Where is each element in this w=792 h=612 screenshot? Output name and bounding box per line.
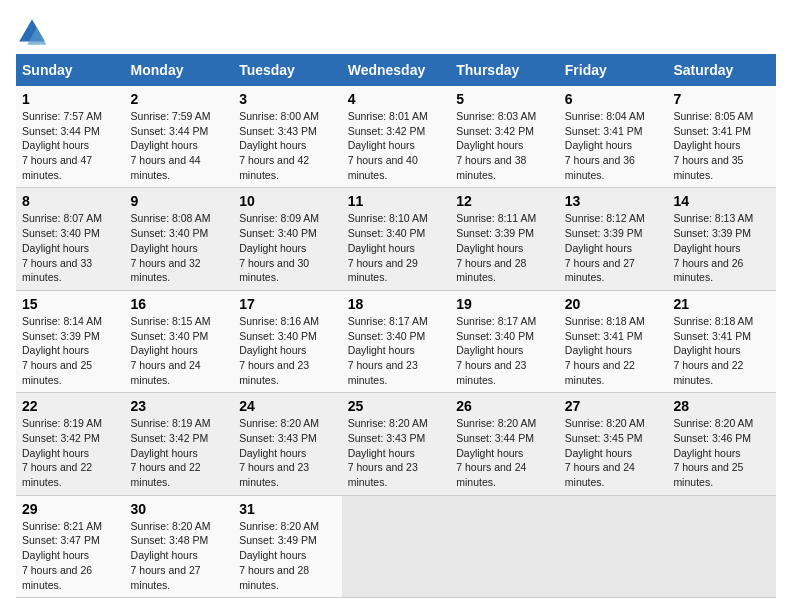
table-row: 13 Sunrise: 8:12 AMSunset: 3:39 PMDaylig… bbox=[559, 188, 668, 290]
day-number: 8 bbox=[22, 193, 119, 209]
day-info: Sunrise: 8:20 AMSunset: 3:43 PMDaylight … bbox=[348, 417, 428, 488]
day-number: 9 bbox=[131, 193, 228, 209]
table-row: 6 Sunrise: 8:04 AMSunset: 3:41 PMDayligh… bbox=[559, 86, 668, 188]
table-row: 19 Sunrise: 8:17 AMSunset: 3:40 PMDaylig… bbox=[450, 290, 559, 392]
table-row bbox=[559, 495, 668, 597]
day-number: 14 bbox=[673, 193, 770, 209]
day-info: Sunrise: 8:08 AMSunset: 3:40 PMDaylight … bbox=[131, 212, 211, 283]
day-info: Sunrise: 8:13 AMSunset: 3:39 PMDaylight … bbox=[673, 212, 753, 283]
day-info: Sunrise: 8:20 AMSunset: 3:43 PMDaylight … bbox=[239, 417, 319, 488]
table-row: 29 Sunrise: 8:21 AMSunset: 3:47 PMDaylig… bbox=[16, 495, 125, 597]
table-row: 1 Sunrise: 7:57 AMSunset: 3:44 PMDayligh… bbox=[16, 86, 125, 188]
day-header-thursday: Thursday bbox=[450, 54, 559, 86]
table-row: 7 Sunrise: 8:05 AMSunset: 3:41 PMDayligh… bbox=[667, 86, 776, 188]
day-info: Sunrise: 8:20 AMSunset: 3:45 PMDaylight … bbox=[565, 417, 645, 488]
day-number: 28 bbox=[673, 398, 770, 414]
day-info: Sunrise: 8:20 AMSunset: 3:46 PMDaylight … bbox=[673, 417, 753, 488]
day-number: 11 bbox=[348, 193, 445, 209]
table-row: 22 Sunrise: 8:19 AMSunset: 3:42 PMDaylig… bbox=[16, 393, 125, 495]
day-info: Sunrise: 7:59 AMSunset: 3:44 PMDaylight … bbox=[131, 110, 211, 181]
day-number: 13 bbox=[565, 193, 662, 209]
day-info: Sunrise: 8:19 AMSunset: 3:42 PMDaylight … bbox=[22, 417, 102, 488]
logo-icon bbox=[16, 16, 48, 48]
day-number: 1 bbox=[22, 91, 119, 107]
week-row-5: 29 Sunrise: 8:21 AMSunset: 3:47 PMDaylig… bbox=[16, 495, 776, 597]
table-row: 2 Sunrise: 7:59 AMSunset: 3:44 PMDayligh… bbox=[125, 86, 234, 188]
table-row: 14 Sunrise: 8:13 AMSunset: 3:39 PMDaylig… bbox=[667, 188, 776, 290]
day-header-friday: Friday bbox=[559, 54, 668, 86]
day-number: 24 bbox=[239, 398, 336, 414]
day-info: Sunrise: 8:15 AMSunset: 3:40 PMDaylight … bbox=[131, 315, 211, 386]
day-info: Sunrise: 8:00 AMSunset: 3:43 PMDaylight … bbox=[239, 110, 319, 181]
table-row: 30 Sunrise: 8:20 AMSunset: 3:48 PMDaylig… bbox=[125, 495, 234, 597]
day-header-sunday: Sunday bbox=[16, 54, 125, 86]
day-header-saturday: Saturday bbox=[667, 54, 776, 86]
day-number: 18 bbox=[348, 296, 445, 312]
day-info: Sunrise: 8:11 AMSunset: 3:39 PMDaylight … bbox=[456, 212, 536, 283]
table-row: 4 Sunrise: 8:01 AMSunset: 3:42 PMDayligh… bbox=[342, 86, 451, 188]
day-number: 16 bbox=[131, 296, 228, 312]
table-row: 9 Sunrise: 8:08 AMSunset: 3:40 PMDayligh… bbox=[125, 188, 234, 290]
day-info: Sunrise: 8:17 AMSunset: 3:40 PMDaylight … bbox=[456, 315, 536, 386]
day-header-row: SundayMondayTuesdayWednesdayThursdayFrid… bbox=[16, 54, 776, 86]
table-row bbox=[667, 495, 776, 597]
day-info: Sunrise: 7:57 AMSunset: 3:44 PMDaylight … bbox=[22, 110, 102, 181]
table-row: 3 Sunrise: 8:00 AMSunset: 3:43 PMDayligh… bbox=[233, 86, 342, 188]
day-number: 30 bbox=[131, 501, 228, 517]
day-number: 25 bbox=[348, 398, 445, 414]
day-info: Sunrise: 8:14 AMSunset: 3:39 PMDaylight … bbox=[22, 315, 102, 386]
day-number: 12 bbox=[456, 193, 553, 209]
table-row: 24 Sunrise: 8:20 AMSunset: 3:43 PMDaylig… bbox=[233, 393, 342, 495]
day-number: 10 bbox=[239, 193, 336, 209]
day-info: Sunrise: 8:12 AMSunset: 3:39 PMDaylight … bbox=[565, 212, 645, 283]
day-info: Sunrise: 8:04 AMSunset: 3:41 PMDaylight … bbox=[565, 110, 645, 181]
table-row bbox=[450, 495, 559, 597]
day-number: 22 bbox=[22, 398, 119, 414]
table-row: 26 Sunrise: 8:20 AMSunset: 3:44 PMDaylig… bbox=[450, 393, 559, 495]
day-header-tuesday: Tuesday bbox=[233, 54, 342, 86]
day-info: Sunrise: 8:18 AMSunset: 3:41 PMDaylight … bbox=[673, 315, 753, 386]
day-info: Sunrise: 8:03 AMSunset: 3:42 PMDaylight … bbox=[456, 110, 536, 181]
day-info: Sunrise: 8:09 AMSunset: 3:40 PMDaylight … bbox=[239, 212, 319, 283]
week-row-1: 1 Sunrise: 7:57 AMSunset: 3:44 PMDayligh… bbox=[16, 86, 776, 188]
day-number: 23 bbox=[131, 398, 228, 414]
day-number: 15 bbox=[22, 296, 119, 312]
table-row: 17 Sunrise: 8:16 AMSunset: 3:40 PMDaylig… bbox=[233, 290, 342, 392]
day-info: Sunrise: 8:18 AMSunset: 3:41 PMDaylight … bbox=[565, 315, 645, 386]
table-row: 18 Sunrise: 8:17 AMSunset: 3:40 PMDaylig… bbox=[342, 290, 451, 392]
day-number: 31 bbox=[239, 501, 336, 517]
table-row: 23 Sunrise: 8:19 AMSunset: 3:42 PMDaylig… bbox=[125, 393, 234, 495]
week-row-2: 8 Sunrise: 8:07 AMSunset: 3:40 PMDayligh… bbox=[16, 188, 776, 290]
day-number: 5 bbox=[456, 91, 553, 107]
day-number: 3 bbox=[239, 91, 336, 107]
table-row: 10 Sunrise: 8:09 AMSunset: 3:40 PMDaylig… bbox=[233, 188, 342, 290]
day-info: Sunrise: 8:20 AMSunset: 3:44 PMDaylight … bbox=[456, 417, 536, 488]
day-header-wednesday: Wednesday bbox=[342, 54, 451, 86]
day-number: 4 bbox=[348, 91, 445, 107]
day-info: Sunrise: 8:20 AMSunset: 3:48 PMDaylight … bbox=[131, 520, 211, 591]
table-row: 28 Sunrise: 8:20 AMSunset: 3:46 PMDaylig… bbox=[667, 393, 776, 495]
table-row bbox=[342, 495, 451, 597]
day-info: Sunrise: 8:07 AMSunset: 3:40 PMDaylight … bbox=[22, 212, 102, 283]
table-row: 31 Sunrise: 8:20 AMSunset: 3:49 PMDaylig… bbox=[233, 495, 342, 597]
day-number: 26 bbox=[456, 398, 553, 414]
day-info: Sunrise: 8:16 AMSunset: 3:40 PMDaylight … bbox=[239, 315, 319, 386]
page-header bbox=[16, 16, 776, 48]
table-row: 12 Sunrise: 8:11 AMSunset: 3:39 PMDaylig… bbox=[450, 188, 559, 290]
calendar-table: SundayMondayTuesdayWednesdayThursdayFrid… bbox=[16, 54, 776, 598]
day-number: 17 bbox=[239, 296, 336, 312]
day-info: Sunrise: 8:17 AMSunset: 3:40 PMDaylight … bbox=[348, 315, 428, 386]
day-info: Sunrise: 8:20 AMSunset: 3:49 PMDaylight … bbox=[239, 520, 319, 591]
table-row: 11 Sunrise: 8:10 AMSunset: 3:40 PMDaylig… bbox=[342, 188, 451, 290]
day-info: Sunrise: 8:19 AMSunset: 3:42 PMDaylight … bbox=[131, 417, 211, 488]
table-row: 25 Sunrise: 8:20 AMSunset: 3:43 PMDaylig… bbox=[342, 393, 451, 495]
day-number: 6 bbox=[565, 91, 662, 107]
day-number: 21 bbox=[673, 296, 770, 312]
table-row: 5 Sunrise: 8:03 AMSunset: 3:42 PMDayligh… bbox=[450, 86, 559, 188]
table-row: 16 Sunrise: 8:15 AMSunset: 3:40 PMDaylig… bbox=[125, 290, 234, 392]
table-row: 8 Sunrise: 8:07 AMSunset: 3:40 PMDayligh… bbox=[16, 188, 125, 290]
day-info: Sunrise: 8:05 AMSunset: 3:41 PMDaylight … bbox=[673, 110, 753, 181]
day-number: 29 bbox=[22, 501, 119, 517]
day-info: Sunrise: 8:21 AMSunset: 3:47 PMDaylight … bbox=[22, 520, 102, 591]
day-number: 19 bbox=[456, 296, 553, 312]
